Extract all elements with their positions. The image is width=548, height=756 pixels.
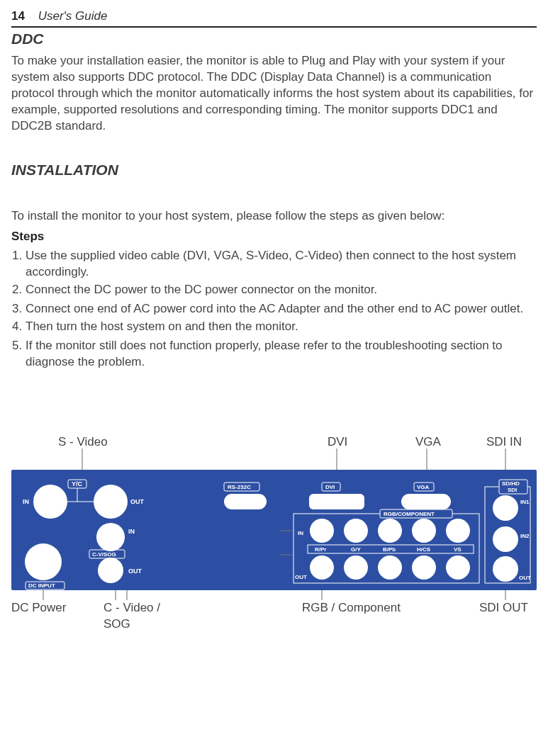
- svg-point-33: [412, 555, 436, 580]
- panel-rs232c: RS-232C: [228, 484, 251, 490]
- installation-intro: To install the monitor to your host syst…: [11, 208, 537, 225]
- panel-yc: Y/C: [72, 480, 83, 487]
- steps-label: Steps: [11, 229, 537, 245]
- step-item: Connect the DC power to the DC power con…: [26, 282, 537, 298]
- svg-point-32: [378, 555, 402, 580]
- ddc-body: To make your installation easier, the mo…: [11, 53, 537, 135]
- ddc-title: DDC: [11, 29, 537, 49]
- svg-point-31: [344, 555, 368, 580]
- diagram-bottom-labels: DC Power C - Video / SOG RGB / Component…: [11, 594, 537, 630]
- connector-diagram: S - Video DVI VGA SDI IN IN OUT Y/C IN O…: [11, 434, 537, 630]
- step-item: Connect one end of AC power cord into th…: [26, 301, 537, 317]
- label-rgb-component: RGB / Component: [302, 600, 401, 616]
- svg-point-26: [378, 519, 402, 543]
- panel-vs: VS: [454, 546, 462, 553]
- step-item: Use the supplied video cable (DVI, VGA, …: [26, 248, 537, 281]
- panel-rgb-in: IN: [298, 530, 303, 536]
- svg-point-9: [96, 523, 125, 551]
- label-cvideo-sog: C - Video / SOG: [104, 600, 174, 633]
- label-dc-power: DC Power: [11, 600, 66, 616]
- panel-bpb: B/Pb: [383, 546, 396, 553]
- svg-point-38: [493, 526, 518, 552]
- panel-out-left: OUT: [130, 498, 145, 505]
- panel-in-left: IN: [23, 498, 29, 505]
- svg-rect-15: [224, 494, 267, 509]
- panel-in1: IN1: [520, 499, 530, 505]
- panel-in-cv: IN: [128, 528, 135, 535]
- top-ticks-icon: [11, 434, 537, 470]
- svg-point-27: [412, 519, 436, 543]
- panel-vga: VGA: [417, 484, 430, 490]
- page-header: 14 User's Guide: [11, 9, 537, 28]
- step-item: Then turn the host system on and then th…: [26, 319, 537, 335]
- bottom-ticks-icon: [11, 590, 537, 619]
- panel-rpr: R/Pr: [315, 546, 326, 553]
- svg-point-25: [344, 519, 368, 543]
- panel-dvi: DVI: [325, 484, 335, 490]
- panel-dc-input: DC INPUT: [28, 582, 55, 589]
- panel-sdi-out: OUT: [519, 575, 531, 581]
- panel-rgbcomp: RGB/COMPONENT: [384, 511, 435, 517]
- panel-hcs: H/CS: [417, 546, 431, 553]
- panel-sdi: SDI: [508, 487, 517, 493]
- panel-rgb-out: OUT: [295, 574, 307, 580]
- diagram-top-labels: S - Video DVI VGA SDI IN: [11, 434, 537, 470]
- page-number: 14: [11, 9, 25, 23]
- panel-out-cv: OUT: [128, 568, 142, 575]
- panel-in2: IN2: [520, 533, 530, 539]
- svg-point-37: [493, 495, 518, 521]
- connector-panel: Y/C IN OUT IN C-V/SOG OUT DC INPUT: [11, 470, 537, 590]
- panel-svg-icon: Y/C IN OUT IN C-V/SOG OUT DC INPUT: [11, 470, 537, 590]
- label-sdi-out: SDI OUT: [479, 600, 528, 616]
- svg-point-5: [33, 485, 67, 519]
- steps-list: Use the supplied video cable (DVI, VGA, …: [11, 248, 537, 371]
- panel-cvsog: C-V/SOG: [92, 551, 116, 558]
- step-item: If the monitor still does not function p…: [26, 338, 537, 371]
- svg-point-24: [310, 519, 334, 543]
- guide-label: User's Guide: [38, 9, 108, 23]
- svg-rect-17: [309, 494, 364, 509]
- panel-gy: G/Y: [351, 546, 361, 553]
- svg-point-11: [98, 558, 123, 583]
- installation-title: INSTALLATION: [11, 160, 537, 180]
- svg-point-28: [446, 519, 470, 543]
- svg-point-30: [310, 555, 334, 580]
- svg-point-34: [446, 555, 470, 580]
- svg-point-12: [25, 543, 62, 580]
- svg-rect-19: [401, 494, 451, 509]
- panel-sdhd: SD/HD: [502, 480, 520, 487]
- svg-point-39: [493, 556, 518, 582]
- svg-point-6: [94, 485, 128, 519]
